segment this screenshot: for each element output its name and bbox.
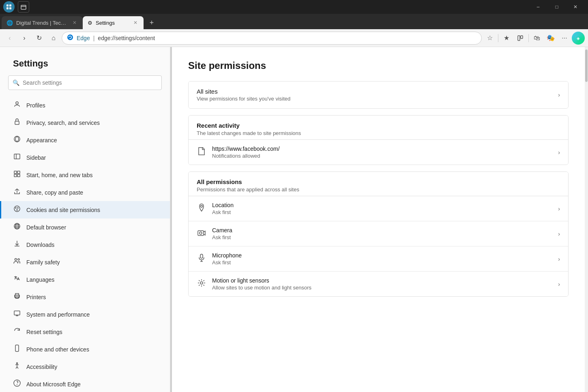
sidebar-item-cookies[interactable]: Cookies and site permissions	[0, 201, 170, 218]
sidebar-item-privacy[interactable]: Privacy, search, and services	[0, 114, 170, 131]
sidebar-item-downloads[interactable]: Downloads	[0, 236, 170, 253]
location-row[interactable]: Location Ask first ›	[189, 196, 568, 221]
reset-icon	[13, 327, 21, 336]
minimize-button[interactable]: –	[529, 0, 547, 14]
profiles-icon	[13, 101, 21, 110]
facebook-row[interactable]: https://www.facebook.com/ Notifications …	[189, 140, 568, 165]
nav-actions: ☆ ★ 🛍 🎭 ··· ◈	[483, 32, 585, 45]
more-button[interactable]: ···	[558, 32, 571, 45]
location-chevron: ›	[558, 206, 560, 212]
sidebar-item-appearance[interactable]: Appearance	[0, 131, 170, 149]
svg-rect-17	[17, 171, 20, 174]
cookies-icon	[13, 205, 21, 214]
forward-button[interactable]: ›	[18, 32, 31, 45]
sidebar-item-appearance-label: Appearance	[26, 137, 162, 144]
tab-settings-close[interactable]: ✕	[132, 19, 139, 26]
sidebar-item-start[interactable]: Start, home, and new tabs	[0, 166, 170, 184]
microphone-content: Microphone Ask first	[212, 252, 552, 266]
svg-rect-1	[9, 4, 11, 6]
svg-rect-16	[14, 171, 17, 174]
sidebar-item-about[interactable]: About Microsoft Edge	[0, 375, 170, 392]
copilot-button[interactable]: ◈	[572, 32, 585, 45]
search-icon: 🔍	[13, 79, 19, 86]
sidebar-item-cookies-label: Cookies and site permissions	[26, 207, 162, 213]
back-button[interactable]: ‹	[3, 32, 16, 45]
scrollbar[interactable]	[585, 47, 588, 392]
sidebar-item-printers[interactable]: Printers	[0, 288, 170, 306]
recent-activity-desc: The latest changes made to site permissi…	[197, 130, 560, 136]
favorites-button[interactable]: ☆	[483, 32, 496, 45]
address-bar[interactable]: Edge | edge://settings/content	[62, 32, 482, 45]
phone-icon	[13, 345, 21, 354]
svg-rect-18	[14, 174, 17, 177]
nav-separator-1	[498, 34, 498, 42]
sidebar-item-default-browser[interactable]: Default browser	[0, 218, 170, 236]
motion-row[interactable]: Motion or light sensors Allow sites to u…	[189, 271, 568, 296]
sidebar-item-phone[interactable]: Phone and other devices	[0, 341, 170, 358]
sidebar-item-reset[interactable]: Reset settings	[0, 323, 170, 341]
camera-title: Camera	[212, 227, 552, 233]
sidebar-item-accessibility[interactable]: Accessibility	[0, 358, 170, 375]
sidebar-item-languages[interactable]: Languages	[0, 271, 170, 288]
window-tab-icon[interactable]	[18, 1, 29, 13]
all-sites-row[interactable]: All sites View permissions for sites you…	[189, 81, 568, 108]
refresh-button[interactable]: ↻	[32, 32, 45, 45]
sidebar-item-profiles[interactable]: Profiles	[0, 96, 170, 114]
svg-point-21	[14, 206, 20, 212]
camera-row[interactable]: Camera Ask first ›	[189, 221, 568, 246]
svg-point-13	[14, 136, 20, 142]
search-box[interactable]: 🔍	[8, 75, 162, 90]
new-tab-button[interactable]: +	[145, 16, 158, 29]
facebook-chevron: ›	[558, 149, 560, 156]
collections-button[interactable]	[514, 32, 527, 45]
svg-point-42	[17, 384, 17, 385]
sidebar-icon	[13, 153, 21, 162]
nav-separator-2	[528, 34, 529, 42]
sidebar-item-system[interactable]: System and performance	[0, 306, 170, 323]
maximize-button[interactable]: □	[547, 0, 566, 14]
recent-activity-card: Recent activity The latest changes made …	[188, 115, 569, 165]
all-sites-chevron: ›	[558, 92, 560, 98]
privacy-icon	[13, 118, 21, 127]
microphone-row[interactable]: Microphone Ask first ›	[189, 246, 568, 271]
tab-settings-icon: ⚙	[88, 20, 92, 26]
sidebar-item-sidebar[interactable]: Sidebar	[0, 149, 170, 166]
tab-trends[interactable]: 🌐 Digital Trends | Tech News, Revie ✕	[2, 16, 83, 29]
immersive-reader-button[interactable]: 🎭	[544, 32, 557, 45]
tab-settings[interactable]: ⚙ Settings ✕	[83, 16, 144, 29]
search-input[interactable]	[23, 79, 157, 86]
svg-rect-34	[16, 297, 18, 298]
page-icon	[197, 147, 206, 157]
camera-sub: Ask first	[212, 234, 552, 240]
downloads-icon	[13, 240, 21, 249]
sidebar-item-share[interactable]: Share, copy and paste	[0, 184, 170, 201]
profile-icon[interactable]	[3, 1, 15, 13]
scrollbar-thumb[interactable]	[585, 49, 588, 82]
microphone-chevron: ›	[558, 256, 560, 262]
tab-trends-title: Digital Trends | Tech News, Revie	[16, 20, 68, 26]
microphone-title: Microphone	[212, 252, 552, 259]
printers-icon	[13, 292, 21, 302]
title-bar: – □ ✕	[0, 0, 588, 14]
svg-rect-0	[6, 4, 9, 6]
svg-point-31	[15, 259, 17, 261]
svg-rect-4	[21, 5, 26, 9]
svg-rect-35	[14, 311, 20, 315]
favorites-bar-button[interactable]: ★	[500, 32, 513, 45]
close-button[interactable]: ✕	[566, 0, 585, 14]
svg-point-24	[17, 210, 17, 210]
facebook-url: https://www.facebook.com/	[212, 146, 552, 152]
sidebar-item-family[interactable]: Family safety	[0, 253, 170, 271]
svg-rect-19	[17, 174, 20, 177]
tab-trends-icon: 🌐	[6, 20, 13, 26]
sidebar-item-downloads-label: Downloads	[26, 242, 162, 248]
start-icon	[13, 170, 21, 180]
location-icon	[197, 203, 206, 214]
home-button[interactable]: ⌂	[47, 32, 60, 45]
svg-text:◈: ◈	[577, 36, 580, 41]
sidebar-item-sidebar-label: Sidebar	[26, 154, 162, 161]
all-sites-card: All sites View permissions for sites you…	[188, 81, 569, 109]
accessibility-icon	[13, 362, 21, 371]
shopping-button[interactable]: 🛍	[530, 32, 543, 45]
tab-trends-close[interactable]: ✕	[71, 19, 78, 26]
